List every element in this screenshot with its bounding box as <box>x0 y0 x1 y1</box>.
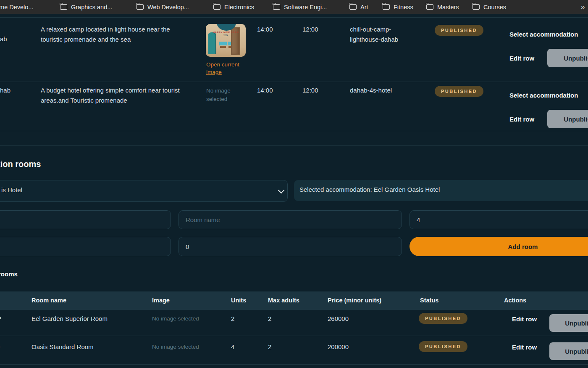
folder-icon <box>136 4 144 10</box>
unpublish-button[interactable]: Unpublish <box>549 342 588 360</box>
bookmark-masters[interactable]: Masters <box>426 0 459 14</box>
price-value: 260000 <box>328 314 349 324</box>
accommodation-name-truncated: ab <box>0 34 7 44</box>
select-accommodation-button[interactable]: Select accommodation <box>509 31 578 38</box>
check-in-time: 14:00 <box>257 85 273 95</box>
accommodation-name-truncated: hab <box>0 85 10 95</box>
folder-icon <box>383 4 390 10</box>
row-divider <box>0 17 588 18</box>
check-out-time: 12:00 <box>302 24 318 34</box>
no-image-text: No image selected <box>152 315 199 323</box>
bookmark-game-development[interactable]: ame Develo... <box>0 0 33 14</box>
units-value: 4 <box>231 342 234 352</box>
unpublish-button[interactable]: Unpublish <box>547 110 588 128</box>
bookmark-label: Software Engi... <box>284 4 327 11</box>
accommodation-thumbnail[interactable]: HAPPY NEW YEAR 2024 <box>206 24 246 57</box>
col-price: Price (minor units) <box>328 297 381 304</box>
row-divider <box>0 364 588 365</box>
bookmark-art[interactable]: Art <box>349 0 368 14</box>
price-input[interactable]: 0 <box>178 237 402 256</box>
row-divider <box>0 336 588 336</box>
screen: ame Develo... Graphics and... Web Develo… <box>0 0 588 368</box>
bookmark-electronics[interactable]: Electronics <box>213 0 254 14</box>
bookmark-fitness[interactable]: Fitness <box>383 0 413 14</box>
status-badge: PUBLISHED <box>419 341 467 352</box>
bookmark-web-development[interactable]: Web Develop... <box>136 0 189 14</box>
col-max-adults: Max adults <box>268 297 299 304</box>
bookmark-label: Masters <box>437 4 459 11</box>
row-divider <box>0 131 588 131</box>
check-out-time: 12:00 <box>302 85 318 95</box>
max-adults-value: 2 <box>268 314 271 324</box>
room-field-left-top[interactable] <box>0 210 171 229</box>
col-actions: Actions <box>504 297 526 304</box>
price-value: 0 <box>186 243 189 250</box>
edit-row-button[interactable]: Edit row <box>509 55 534 62</box>
bookmark-label: Electronics <box>224 4 254 11</box>
room-name-input[interactable]: Room name <box>178 210 402 229</box>
accommodation-select[interactable]: is Hotel <box>0 180 288 202</box>
bookmarks-overflow-chevron[interactable]: » <box>581 0 585 14</box>
folder-icon <box>213 4 220 10</box>
bookmark-graphics[interactable]: Graphics and... <box>60 0 112 14</box>
bookmark-label: Art <box>360 4 368 11</box>
accommodation-select-value: is Hotel <box>1 186 22 193</box>
room-name: Oasis Standard Room <box>32 342 94 352</box>
status-badge: PUBLISHED <box>419 313 467 324</box>
bookmark-label: Fitness <box>394 4 413 11</box>
row-divider <box>0 82 588 82</box>
chevron-down-icon <box>278 187 285 194</box>
add-room-button[interactable]: Add room <box>410 237 588 256</box>
check-in-time: 14:00 <box>257 24 273 34</box>
thumb-art-bed <box>219 42 227 45</box>
folder-icon <box>472 4 480 10</box>
slug: chill-out-camp-lighthouse-dahab <box>350 24 413 45</box>
max-adults-input[interactable]: 4 <box>410 210 588 229</box>
folder-icon <box>349 4 357 10</box>
unpublish-button[interactable]: Unpublish <box>547 49 588 67</box>
col-units: Units <box>231 297 246 304</box>
max-adults-value: 2 <box>268 342 271 352</box>
rooms-table-header: Room name Image Units Max adults Price (… <box>0 291 588 310</box>
price-value: 200000 <box>328 342 349 352</box>
bookmark-software-engineering[interactable]: Software Engi... <box>273 0 327 14</box>
thumb-art-year: 2024 <box>206 34 246 37</box>
edit-row-button[interactable]: Edit row <box>509 116 534 123</box>
col-image: Image <box>152 297 170 304</box>
no-image-text: No image selected <box>152 343 199 351</box>
col-room-name: Room name <box>32 297 66 304</box>
selected-accommodation-panel: Selected accommodation: Eel Garden Oasis… <box>294 180 588 201</box>
bookmark-label: Graphics and... <box>71 4 112 11</box>
room-field-left-bottom[interactable] <box>0 237 171 256</box>
edit-row-button[interactable]: Edit row <box>512 344 537 351</box>
folder-icon <box>60 4 67 10</box>
row-id-truncated: P <box>0 314 1 324</box>
bookmarks-bar: ame Develo... Graphics and... Web Develo… <box>0 0 588 14</box>
max-adults-value: 4 <box>417 216 420 223</box>
unpublish-button[interactable]: Unpublish <box>549 314 588 332</box>
open-current-image-link[interactable]: Open current image <box>206 61 244 76</box>
slug: dahab-4s-hotel <box>350 85 417 95</box>
folder-icon <box>426 4 433 10</box>
folder-icon <box>273 4 280 10</box>
select-accommodation-button[interactable]: Select accommodation <box>509 92 578 99</box>
room-name-placeholder: Room name <box>186 216 220 223</box>
accommodation-description: A relaxed camp located in light house ne… <box>41 24 191 45</box>
col-status: Status <box>420 297 438 304</box>
rooms-section-title: tion rooms <box>0 159 41 169</box>
rooms-subsection-title: rooms <box>0 270 18 278</box>
bookmark-label: Courses <box>483 4 506 11</box>
bookmark-courses[interactable]: Courses <box>472 0 506 14</box>
room-name: Eel Garden Superior Room <box>32 314 108 324</box>
edit-row-button[interactable]: Edit row <box>512 315 537 323</box>
no-image-text: No image selected <box>206 87 236 103</box>
bookmark-label: Web Develop... <box>147 4 189 11</box>
thumb-art-text: HAPPY NEW YEAR <box>206 31 246 34</box>
units-value: 2 <box>231 314 234 324</box>
selected-accommodation-text: Selected accommodation: Eel Garden Oasis… <box>299 186 440 193</box>
status-badge: PUBLISHED <box>435 86 483 97</box>
status-badge: PUBLISHED <box>435 25 483 36</box>
bookmark-label: ame Develo... <box>0 4 33 11</box>
accommodation-description: A budget hotel offering simple comfort n… <box>41 85 191 106</box>
section-divider <box>0 145 588 146</box>
